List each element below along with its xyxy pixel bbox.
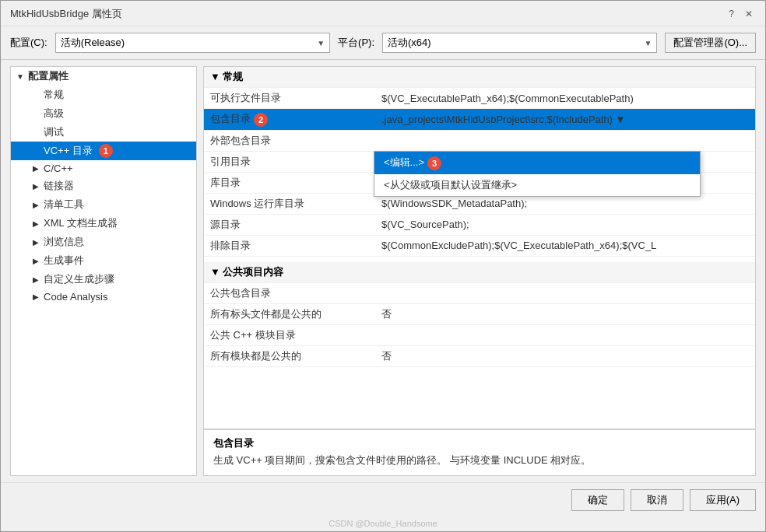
ok-button[interactable]: 确定 <box>571 489 624 511</box>
tree-item-label: 配置属性 <box>28 69 69 83</box>
empty-row <box>204 256 755 262</box>
prop-row[interactable]: 可执行文件目录$(VC_ExecutablePath_x64);$(Common… <box>204 88 755 109</box>
prop-value-cell[interactable]: .java_projects\MtkHidUsbProject\src;$(In… <box>375 109 755 131</box>
prop-row[interactable]: 所有标头文件都是公共的否 <box>204 304 755 325</box>
prop-name-cell: 可执行文件目录 <box>204 88 375 109</box>
prop-name-cell: 公共 C++ 模块目录 <box>204 325 375 346</box>
tree-item-pei-linker[interactable]: ▶链接器 <box>11 177 196 195</box>
tree-item-pei-root[interactable]: ▼配置属性 <box>11 67 196 86</box>
prop-value-cell <box>375 325 755 346</box>
prop-row[interactable]: 外部包含目录 <box>204 130 755 151</box>
tree-item-label: 自定义生成步骤 <box>44 272 114 286</box>
section2-label: 公共项目内容 <box>223 266 283 278</box>
dialog-title: MtkHidUsbBridge 属性页 <box>10 7 122 21</box>
watermark: CSDN @Double_Handsome <box>1 517 765 531</box>
section-arrow-icon: ▼ <box>210 71 223 82</box>
tree-item-pei-general[interactable]: 常规 <box>11 86 196 104</box>
tree-item-pei-browse[interactable]: ▶浏览信息 <box>11 233 196 251</box>
tree-expand-icon: ▶ <box>31 219 40 228</box>
section-label: 常规 <box>223 71 243 82</box>
section-general: ▼ 常规 <box>204 67 755 88</box>
prop-name-cell: 引用目录 <box>204 151 375 172</box>
tree-expand-icon: ▶ <box>31 257 40 265</box>
description-bar: 包含目录 生成 VC++ 项目期间，搜索包含文件时使用的路径。 与环境变量 IN… <box>204 429 755 475</box>
prop-value-cell: 否 <box>375 304 755 325</box>
tree-item-label: 生成事件 <box>44 254 84 268</box>
prop-dropdown-arrow-icon[interactable]: ▼ <box>613 114 625 125</box>
platform-arrow-icon: ▼ <box>645 39 652 47</box>
config-value: 活动(Release) <box>61 36 125 50</box>
tree-item-label: 链接器 <box>44 179 74 193</box>
desc-text: 生成 VC++ 项目期间，搜索包含文件时使用的路径。 与环境变量 INCLUDE… <box>213 453 746 467</box>
prop-value-cell: $(CommonExcludePath);$(VC_ExecutablePath… <box>375 235 755 256</box>
title-bar: MtkHidUsbBridge 属性页 ? ✕ <box>1 1 765 26</box>
tree-item-pei-build-events[interactable]: ▶生成事件 <box>11 251 196 270</box>
tree-item-label: 清单工具 <box>44 198 84 212</box>
tree-item-label: C/C++ <box>44 163 73 174</box>
tree-item-pei-custom[interactable]: ▶自定义生成步骤 <box>11 270 196 289</box>
tree-item-pei-manifest[interactable]: ▶清单工具 <box>11 195 196 214</box>
right-props-panel: ▼ 常规可执行文件目录$(VC_ExecutablePath_x64);$(Co… <box>203 66 756 476</box>
dropdown-badge: 3 <box>427 156 441 170</box>
dropdown-item[interactable]: <从父级或项目默认设置继承> <box>374 174 700 196</box>
section-public: ▼ 公共项目内容 <box>204 262 755 283</box>
props-table: ▼ 常规可执行文件目录$(VC_ExecutablePath_x64);$(Co… <box>204 67 755 429</box>
title-controls: ? ✕ <box>726 9 756 19</box>
config-dropdown[interactable]: 活动(Release) ▼ <box>55 33 330 53</box>
prop-row[interactable]: 包含目录2.java_projects\MtkHidUsbProject\src… <box>204 109 755 131</box>
tree-expand-icon: ▶ <box>31 182 40 191</box>
property-dialog: MtkHidUsbBridge 属性页 ? ✕ 配置(C): 活动(Releas… <box>0 0 766 532</box>
tree-item-pei-vcpp[interactable]: VC++ 目录1 <box>11 142 196 160</box>
tree-expand-icon: ▶ <box>31 164 40 173</box>
tree-expand-icon: ▼ <box>16 72 25 81</box>
prop-value-cell: $(VC_SourcePath); <box>375 214 755 235</box>
desc-title: 包含目录 <box>213 436 746 450</box>
tree-item-label: 常规 <box>44 88 64 102</box>
prop-name-cell: 所有标头文件都是公共的 <box>204 304 375 325</box>
help-button[interactable]: ? <box>726 9 737 19</box>
dropdown-item[interactable]: <编辑...>3 <box>374 152 700 174</box>
prop-name-cell: Windows 运行库目录 <box>204 193 375 214</box>
prop-badge: 2 <box>254 113 268 127</box>
prop-row[interactable]: 排除目录$(CommonExcludePath);$(VC_Executable… <box>204 235 755 256</box>
prop-name-cell: 包含目录2 <box>204 109 375 131</box>
tree-item-pei-code-analysis[interactable]: ▶Code Analysis <box>11 289 196 305</box>
prop-row[interactable]: 公共包含目录 <box>204 283 755 304</box>
tree-item-label: 高级 <box>44 107 64 121</box>
tree-item-label: 浏览信息 <box>44 235 84 249</box>
prop-value-cell <box>375 283 755 304</box>
tree-item-pei-xml[interactable]: ▶XML 文档生成器 <box>11 214 196 233</box>
tree-item-pei-advanced[interactable]: 高级 <box>11 104 196 123</box>
prop-name-cell: 源目录 <box>204 214 375 235</box>
property-table: ▼ 常规可执行文件目录$(VC_ExecutablePath_x64);$(Co… <box>204 67 755 367</box>
config-arrow-icon: ▼ <box>317 39 325 47</box>
button-bar: 确定 取消 应用(A) <box>1 482 765 517</box>
prop-row[interactable]: 公共 C++ 模块目录 <box>204 325 755 346</box>
prop-row[interactable]: 所有模块都是公共的否 <box>204 346 755 367</box>
tree-item-pei-debug[interactable]: 调试 <box>11 123 196 142</box>
prop-value-cell: $(VC_ExecutablePath_x64);$(CommonExecuta… <box>375 88 755 109</box>
platform-dropdown[interactable]: 活动(x64) ▼ <box>382 33 657 53</box>
prop-name-cell: 公共包含目录 <box>204 283 375 304</box>
main-content: ▼配置属性常规高级调试VC++ 目录1▶C/C++▶链接器▶清单工具▶XML 文… <box>1 59 765 482</box>
platform-value: 活动(x64) <box>388 36 431 50</box>
left-tree-panel: ▼配置属性常规高级调试VC++ 目录1▶C/C++▶链接器▶清单工具▶XML 文… <box>10 66 197 476</box>
config-row: 配置(C): 活动(Release) ▼ 平台(P): 活动(x64) ▼ 配置… <box>1 26 765 59</box>
section2-arrow-icon: ▼ <box>210 266 223 278</box>
prop-name-cell: 所有模块都是公共的 <box>204 346 375 367</box>
prop-value-cell <box>375 130 755 151</box>
platform-label: 平台(P): <box>338 36 374 50</box>
prop-name-cell: 外部包含目录 <box>204 130 375 151</box>
close-button[interactable]: ✕ <box>742 9 756 19</box>
tree-item-label: VC++ 目录 <box>44 144 93 158</box>
include-dropdown-popup: <编辑...>3<从父级或项目默认设置继承> <box>374 151 701 197</box>
cancel-button[interactable]: 取消 <box>631 489 683 511</box>
prop-value-cell: 否 <box>375 346 755 367</box>
tree-item-label: 调试 <box>44 125 64 139</box>
config-manager-button[interactable]: 配置管理器(O)... <box>665 33 756 53</box>
tree-item-pei-ccpp[interactable]: ▶C/C++ <box>11 160 196 177</box>
tree-expand-icon: ▶ <box>31 275 40 284</box>
apply-button[interactable]: 应用(A) <box>690 489 756 511</box>
prop-row[interactable]: 源目录$(VC_SourcePath); <box>204 214 755 235</box>
tree-item-badge: 1 <box>99 144 113 158</box>
